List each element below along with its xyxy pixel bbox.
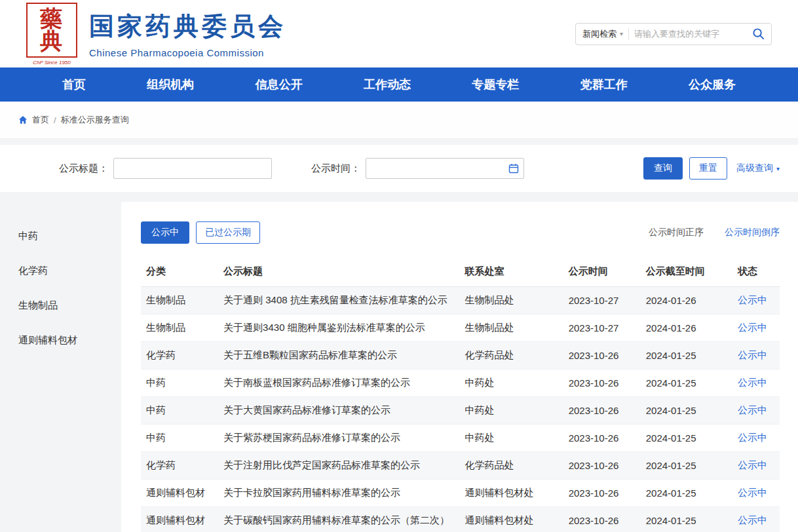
- site-subtitle: Chinese Pharmacopoeia Commission: [89, 47, 286, 58]
- search-category-label: 新闻检索: [582, 28, 617, 40]
- notice-list-section: 公示中 已过公示期 公示时间正序 公示时间倒序 分类 公示标题 联系处室 公示时…: [121, 202, 798, 532]
- status-badge[interactable]: 公示中: [732, 342, 780, 370]
- status-badge[interactable]: 公示中: [732, 397, 780, 425]
- cell-publish-date: 2023-10-26: [563, 452, 641, 480]
- sidebar-item-chemical[interactable]: 化学药: [0, 254, 121, 288]
- notice-time-field: [366, 158, 524, 179]
- breadcrumb-current: 标准公示服务查询: [61, 114, 129, 126]
- reset-button[interactable]: 重置: [689, 157, 727, 180]
- nav-item-special-topics[interactable]: 专题专栏: [472, 77, 519, 92]
- status-badge[interactable]: 公示中: [732, 287, 780, 314]
- cell-deadline: 2024-01-26: [641, 314, 732, 342]
- cell-deadline: 2024-01-25: [641, 425, 732, 452]
- cell-publish-date: 2023-10-27: [563, 287, 641, 314]
- search-input[interactable]: [629, 29, 752, 39]
- nav-item-organization[interactable]: 组织机构: [147, 77, 194, 92]
- filter-group-time: 公示时间：: [272, 158, 524, 179]
- sidebar-item-excipients[interactable]: 通则辅料包材: [0, 323, 121, 358]
- sidebar-item-tcm[interactable]: 中药: [0, 219, 121, 254]
- tab-expired-publicity[interactable]: 已过公示期: [196, 221, 260, 244]
- advanced-query-button[interactable]: 高级查询 ▾: [736, 162, 780, 174]
- header-title: 公示标题: [218, 257, 459, 287]
- table-row: 中药 关于大黄国家药品标准修订草案的公示 中药处 2023-10-26 2024…: [141, 397, 780, 425]
- table-header-row: 分类 公示标题 联系处室 公示时间 公示截至时间 状态: [141, 257, 780, 287]
- cell-title[interactable]: 关于卡拉胶国家药用辅料标准草案的公示: [218, 480, 459, 507]
- header-publish-date: 公示时间: [563, 257, 641, 287]
- status-badge[interactable]: 公示中: [732, 370, 780, 397]
- cell-department: 化学药品处: [459, 342, 563, 370]
- notice-time-label: 公示时间：: [311, 162, 360, 175]
- cell-deadline: 2024-01-25: [641, 452, 732, 480]
- sort-time-descending[interactable]: 公示时间倒序: [725, 227, 780, 238]
- nav-item-public-service[interactable]: 公众服务: [689, 77, 736, 92]
- cell-title[interactable]: 关于通则3430 细胞种属鉴别法标准草案的公示: [218, 314, 459, 342]
- sort-time-ascending[interactable]: 公示时间正序: [649, 227, 704, 238]
- header-deadline: 公示截至时间: [641, 257, 732, 287]
- cell-deadline: 2024-01-25: [641, 342, 732, 370]
- cell-category: 化学药: [141, 342, 218, 370]
- logo-since-text: ChP Since 1950: [26, 60, 77, 66]
- search-category-dropdown[interactable]: 新闻检索 ▾: [582, 28, 629, 40]
- table-row: 生物制品 关于通则3430 细胞种属鉴别法标准草案的公示 生物制品处 2023-…: [141, 314, 780, 342]
- home-icon[interactable]: [18, 115, 28, 124]
- cell-department: 中药处: [459, 425, 563, 452]
- cell-category: 中药: [141, 397, 218, 425]
- cell-category: 生物制品: [141, 314, 218, 342]
- cell-title[interactable]: 关于南板蓝根国家药品标准修订草案的公示: [218, 370, 459, 397]
- cell-title[interactable]: 关于紫苏梗国家药品标准修订草案的公示: [218, 425, 459, 452]
- calendar-icon[interactable]: [508, 163, 519, 174]
- table-row: 通则辅料包材 关于卡拉胶国家药用辅料标准草案的公示 通则辅料包材处 2023-1…: [141, 480, 780, 507]
- sidebar-item-biologics[interactable]: 生物制品: [0, 288, 121, 323]
- cell-department: 化学药品处: [459, 452, 563, 480]
- cell-deadline: 2024-01-25: [641, 480, 732, 507]
- status-badge[interactable]: 公示中: [732, 314, 780, 342]
- breadcrumb-home[interactable]: 首页: [32, 114, 49, 126]
- table-row: 化学药 关于注射用比伐芦定国家药品标准草案的公示 化学药品处 2023-10-2…: [141, 452, 780, 480]
- cell-title[interactable]: 关于大黄国家药品标准修订草案的公示: [218, 397, 459, 425]
- cell-category: 生物制品: [141, 287, 218, 314]
- tabs-row: 公示中 已过公示期 公示时间正序 公示时间倒序: [141, 221, 780, 244]
- sort-links: 公示时间正序 公示时间倒序: [649, 227, 780, 238]
- status-badge[interactable]: 公示中: [732, 507, 780, 532]
- header-search-bar: 新闻检索 ▾: [575, 23, 772, 45]
- query-button[interactable]: 查询: [643, 157, 683, 180]
- main-nav: 首页 组织机构 信息公开 工作动态 专题专栏 党群工作 公众服务: [0, 67, 798, 102]
- cell-title[interactable]: 关于碳酸钙国家药用辅料标准草案的公示（第二次）: [218, 507, 459, 532]
- site-title: 国家药典委员会: [89, 10, 286, 43]
- nav-item-information[interactable]: 信息公开: [256, 77, 303, 92]
- search-button[interactable]: [752, 28, 765, 40]
- header-category: 分类: [141, 257, 218, 287]
- logo-seal-icon: 藥典: [26, 3, 77, 58]
- breadcrumb-separator: /: [54, 115, 56, 125]
- table-row: 中药 关于南板蓝根国家药品标准修订草案的公示 中药处 2023-10-26 20…: [141, 370, 780, 397]
- cell-department: 中药处: [459, 397, 563, 425]
- cell-publish-date: 2023-10-26: [563, 480, 641, 507]
- cell-publish-date: 2023-10-27: [563, 314, 641, 342]
- commission-logo: 藥典 ChP Since 1950: [26, 3, 77, 66]
- notice-time-input[interactable]: [366, 158, 524, 179]
- cell-publish-date: 2023-10-26: [563, 370, 641, 397]
- status-badge[interactable]: 公示中: [732, 452, 780, 480]
- status-badge[interactable]: 公示中: [732, 480, 780, 507]
- table-row: 生物制品 关于通则 3408 抗生素残留量检查法标准草案的公示 生物制品处 20…: [141, 287, 780, 314]
- cell-category: 通则辅料包材: [141, 480, 218, 507]
- brand-block: 国家药典委员会 Chinese Pharmacopoeia Commission: [89, 10, 286, 58]
- nav-item-home[interactable]: 首页: [62, 77, 86, 92]
- tab-in-publicity[interactable]: 公示中: [141, 221, 189, 244]
- cell-title[interactable]: 关于五维B颗粒国家药品标准草案的公示: [218, 342, 459, 370]
- site-header: 藥典 ChP Since 1950 国家药典委员会 Chinese Pharma…: [0, 0, 798, 67]
- status-badge[interactable]: 公示中: [732, 425, 780, 452]
- cell-title[interactable]: 关于注射用比伐芦定国家药品标准草案的公示: [218, 452, 459, 480]
- search-icon: [752, 28, 765, 40]
- chevron-down-icon: ▾: [620, 30, 623, 37]
- cell-department: 中药处: [459, 370, 563, 397]
- notice-title-input[interactable]: [113, 158, 272, 179]
- cell-title[interactable]: 关于通则 3408 抗生素残留量检查法标准草案的公示: [218, 287, 459, 314]
- cell-publish-date: 2023-10-26: [563, 342, 641, 370]
- nav-item-work-news[interactable]: 工作动态: [364, 77, 411, 92]
- main-content: 中药 化学药 生物制品 通则辅料包材 公示中 已过公示期 公示时间正序 公示时间…: [0, 202, 798, 532]
- cell-deadline: 2024-01-25: [641, 507, 732, 532]
- nav-item-party-work[interactable]: 党群工作: [580, 77, 628, 92]
- cell-deadline: 2024-01-26: [641, 287, 732, 314]
- filter-panel: 公示标题： 公示时间： 查询 重置 高级查询 ▾: [0, 145, 798, 192]
